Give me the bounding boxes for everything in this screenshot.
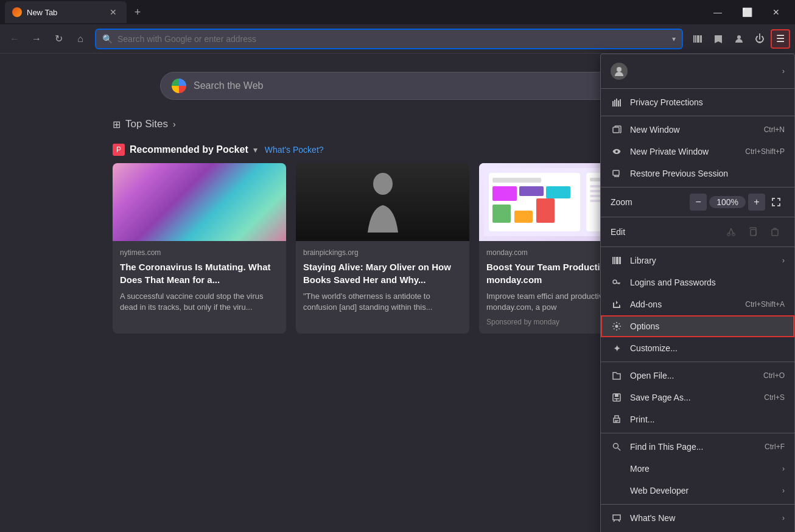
whats-pocket-link[interactable]: What's Pocket? [265,145,324,155]
find-icon [611,441,623,453]
menu-item-save-page[interactable]: Save Page As... Ctrl+S [601,387,794,408]
address-bar[interactable]: 🔍 ▾ [95,29,683,49]
menu-item-restore-session[interactable]: Restore Previous Session [601,163,794,184]
svg-point-46 [614,444,618,449]
home-button[interactable]: ⌂ [71,29,90,49]
article-card[interactable]: brainpickings.org Staying Alive: Mary Ol… [296,163,469,334]
tab-favicon [12,7,22,17]
menu-account-item[interactable]: › [601,57,794,86]
menu-item-web-developer[interactable]: Web Developer › [601,480,794,502]
dropdown-menu: › Privacy Protections New Window [600,54,795,532]
svg-rect-2 [697,35,699,43]
whats-new-icon [611,512,623,524]
cut-button[interactable] [721,222,741,242]
svg-rect-0 [693,35,695,43]
article-source: nytimes.com [120,248,279,257]
tab-title: New Tab [27,8,102,17]
menu-item-customize[interactable]: ✦ Customize... [601,337,794,359]
menu-divider [601,217,794,217]
svg-rect-24 [616,99,617,107]
zoom-plus-button[interactable]: + [748,194,765,211]
address-input[interactable] [117,34,667,44]
paste-button[interactable] [765,222,785,242]
minimize-button[interactable]: — [704,3,732,21]
menu-button[interactable]: ☰ [771,29,790,49]
svg-rect-3 [700,35,702,43]
svg-rect-44 [615,394,618,397]
svg-rect-23 [614,100,615,107]
edit-buttons [721,222,785,242]
svg-point-29 [615,150,618,153]
window-close-button[interactable]: ✕ [762,3,790,21]
privacy-label: Privacy Protections [630,97,785,107]
more-label: More [630,464,775,474]
maximize-button[interactable]: ⬜ [733,3,761,21]
svg-rect-22 [612,101,614,107]
bookmarks-button[interactable] [709,29,728,49]
library-button[interactable] [688,29,707,49]
browser-tab[interactable]: New Tab ✕ [5,1,127,23]
svg-rect-11 [546,186,570,198]
copy-button[interactable] [743,222,763,242]
account-button[interactable] [729,29,749,49]
article-card[interactable]: nytimes.com The Coronavirus Is Mutating.… [113,163,286,334]
menu-divider [601,187,794,187]
svg-rect-39 [616,257,618,264]
menu-item-find-in-page[interactable]: Find in This Page... Ctrl+F [601,436,794,458]
forward-button[interactable]: → [27,29,46,49]
menu-item-new-private-window[interactable]: New Private Window Ctrl+Shift+P [601,141,794,163]
svg-point-5 [373,173,393,195]
menu-item-print[interactable]: Print... [601,408,794,430]
zoom-expand-button[interactable] [768,194,785,211]
menu-divider [601,88,794,89]
sync-button[interactable]: ⏻ [750,29,769,49]
back-button[interactable]: ← [5,29,24,49]
menu-item-whats-new[interactable]: What's New › [601,507,794,529]
new-window-label: New Window [630,125,757,135]
svg-point-21 [617,67,622,72]
article-desc: A successful vaccine could stop the viru… [120,291,279,313]
google-search-text: Search the Web [194,80,623,91]
svg-rect-10 [519,186,544,196]
top-sites-chevron[interactable]: › [173,119,176,129]
svg-rect-38 [614,257,615,264]
svg-rect-26 [620,99,621,107]
web-developer-icon [611,485,623,497]
zoom-value: 100% [709,196,746,208]
top-sites-grid-icon: ⊞ [113,119,121,130]
svg-rect-1 [695,35,696,43]
zoom-row: Zoom − 100% + [601,190,794,214]
top-sites-label: Top Sites [125,118,168,130]
zoom-minus-button[interactable]: − [690,194,707,211]
menu-item-addons[interactable]: Add-ons Ctrl+Shift+A [601,293,794,315]
menu-item-open-file[interactable]: Open File... Ctrl+O [601,365,794,387]
addons-label: Add-ons [630,299,738,309]
menu-item-options[interactable]: Options [601,315,794,337]
address-dropdown-icon[interactable]: ▾ [672,35,676,43]
google-search-bar[interactable]: Search the Web [160,72,635,100]
menu-item-logins-passwords[interactable]: Logins and Passwords [601,271,794,293]
article-title: The Coronavirus Is Mutating. What Does T… [120,261,279,286]
article-desc: "The world's otherness is antidote to co… [303,291,462,313]
menu-item-library[interactable]: Library › [601,250,794,271]
menu-item-new-window[interactable]: New Window Ctrl+N [601,119,794,141]
menu-divider [601,504,794,505]
menu-item-privacy-protections[interactable]: Privacy Protections [601,91,794,113]
reload-button[interactable]: ↻ [49,29,68,49]
article-card-body: nytimes.com The Coronavirus Is Mutating.… [113,241,286,320]
tab-close-button[interactable]: ✕ [107,6,119,18]
svg-rect-8 [492,178,541,183]
whats-new-chevron: › [782,514,785,522]
zoom-controls: − 100% + [690,194,785,211]
menu-item-help[interactable]: Help › [601,529,794,532]
svg-point-41 [613,280,617,284]
svg-point-42 [615,325,618,328]
menu-item-more[interactable]: More › [601,458,794,480]
find-shortcut: Ctrl+F [765,443,785,451]
pocket-chevron[interactable]: ▾ [253,145,257,155]
svg-rect-40 [619,257,621,264]
new-tab-button[interactable]: + [129,4,146,21]
library-icon [611,254,623,267]
svg-rect-37 [612,257,614,264]
open-file-icon [611,369,623,382]
